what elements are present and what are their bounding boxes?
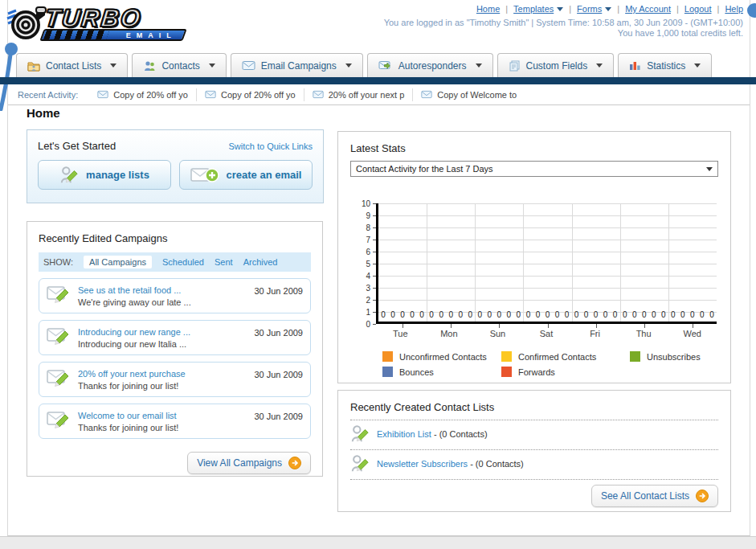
chevron-down-icon: [596, 64, 603, 68]
tab-email-campaigns[interactable]: Email Campaigns: [231, 53, 363, 77]
data-value-label: 0: [690, 310, 695, 319]
filter-archived[interactable]: Archived: [243, 257, 278, 267]
filter-sent[interactable]: Sent: [215, 257, 233, 267]
data-value-label: 0: [613, 310, 618, 319]
data-value-label: 0: [594, 310, 599, 319]
recent-activity-item[interactable]: 20% off your next p: [304, 88, 414, 101]
data-value-labels: 00000: [378, 310, 427, 319]
x-tick-mark: [451, 324, 452, 328]
x-tick-mark: [644, 324, 645, 328]
get-started-title: Let's Get Started: [38, 140, 116, 152]
x-axis-label: Thu: [627, 329, 660, 338]
filter-all-campaigns[interactable]: All Campaigns: [84, 256, 152, 268]
data-value-label: 0: [429, 310, 434, 319]
data-value-labels: 00000: [620, 310, 668, 319]
y-tick-label: 2: [366, 296, 370, 305]
autoresponder-icon: [378, 60, 393, 72]
campaign-title-link[interactable]: Introducing our new range ...: [78, 326, 247, 338]
contact-list-item[interactable]: Exhibition List - (0 Contacts): [350, 420, 718, 448]
h-gridline: [378, 240, 717, 240]
get-started-panel: Let's Get Started Switch to Quick Links …: [27, 129, 324, 203]
view-all-campaigns-button[interactable]: View All Campaigns: [187, 452, 311, 474]
nav-link-logout[interactable]: Logout: [684, 4, 712, 14]
person-pencil-icon: [350, 424, 370, 444]
recent-activity-item[interactable]: Copy of 20% off yo: [197, 88, 304, 101]
data-value-label: 0: [390, 310, 395, 319]
data-value-label: 0: [448, 310, 453, 319]
h-gridline: [378, 215, 717, 216]
footer-strip: [0, 536, 756, 549]
contact-list-item[interactable]: Newsletter Subscribers - (0 Contacts): [350, 450, 718, 477]
manage-lists-button[interactable]: manage lists: [38, 160, 171, 190]
tab-statistics[interactable]: Statistics: [618, 53, 712, 77]
tab-autoresponders[interactable]: Autoresponders: [367, 53, 493, 77]
latest-stats-panel: Latest Stats Contact Activity for the La…: [337, 131, 731, 383]
h-gridline: [378, 300, 717, 301]
v-gridline: [475, 203, 476, 322]
campaign-row[interactable]: Welcome to our email list Thanks for joi…: [39, 404, 311, 439]
campaign-title-link[interactable]: 20% off your next purchase: [78, 368, 247, 380]
campaign-title-link[interactable]: Welcome to our email list: [78, 410, 247, 422]
stats-period-select[interactable]: Contact Activity for the Last 7 Days: [350, 161, 718, 177]
x-axis-label: Sat: [529, 329, 563, 338]
data-value-label: 0: [632, 310, 637, 319]
v-gridline: [668, 203, 669, 322]
campaign-row[interactable]: See us at the retail food ... We're givi…: [39, 278, 311, 313]
y-tick-mark: [373, 252, 376, 252]
tab-custom-fields[interactable]: Custom Fields: [497, 53, 615, 77]
logo-text-email: EMAIL: [126, 31, 183, 39]
nav-link-templates[interactable]: Templates: [513, 4, 563, 14]
envelope-pencil-icon: [47, 367, 71, 389]
campaign-date: 30 Jun 2009: [254, 408, 303, 434]
envelope-pencil-icon: [47, 325, 71, 347]
legend-swatch-icon: [382, 351, 393, 362]
contact-list-name-link[interactable]: Exhibition List: [377, 429, 431, 439]
campaign-row[interactable]: 20% off your next purchase Thanks for jo…: [39, 362, 311, 397]
legend-label: Confirmed Contacts: [518, 352, 596, 362]
switch-to-quick-links[interactable]: Switch to Quick Links: [228, 141, 313, 151]
main-tab-bar: Contact Lists Contacts Email Campaigns A…: [16, 53, 712, 77]
legend-item: Forwards: [501, 367, 630, 377]
recent-activity-item[interactable]: Copy of 20% off yo: [89, 88, 197, 101]
tab-contacts[interactable]: Contacts: [132, 53, 226, 77]
y-tick-mark: [373, 264, 376, 264]
x-tick-mark: [693, 324, 693, 328]
nav-link-home[interactable]: Home: [476, 4, 500, 14]
recent-activity-item[interactable]: Copy of Welcome to: [413, 88, 525, 101]
chevron-down-icon: [345, 64, 352, 68]
y-tick-label: 4: [366, 272, 370, 281]
campaign-title-link[interactable]: See us at the retail food ...: [78, 285, 247, 297]
nav-link-forms[interactable]: Forms: [577, 4, 611, 14]
arrow-right-icon: [288, 457, 301, 469]
y-tick-mark: [373, 227, 376, 228]
envelope-icon: [242, 60, 255, 71]
chevron-down-icon: [110, 64, 116, 68]
campaign-row[interactable]: Introducing our new range ... Introducin…: [39, 320, 311, 355]
create-an-email-button[interactable]: create an email: [179, 160, 313, 190]
chart-y-axis-labels: 012345678910: [355, 203, 373, 324]
data-value-label: 0: [526, 310, 531, 319]
data-value-label: 0: [468, 310, 472, 319]
nav-link-my-account[interactable]: My Account: [625, 4, 671, 14]
contact-list-name-link[interactable]: Newsletter Subscribers: [377, 459, 468, 469]
nav-link-help[interactable]: Help: [725, 4, 743, 14]
tab-contact-lists[interactable]: Contact Lists: [16, 53, 128, 77]
contact-activity-chart: 012345678910 000000000000000000000000000…: [355, 203, 718, 340]
data-value-label: 0: [517, 310, 521, 319]
folder-icon: [27, 60, 40, 72]
campaign-date: 30 Jun 2009: [254, 325, 303, 350]
data-value-labels: 00000: [475, 310, 523, 319]
filter-scheduled[interactable]: Scheduled: [162, 257, 204, 267]
campaign-subtitle: Thanks for joining our list!: [78, 422, 247, 434]
person-pencil-icon: [59, 166, 79, 185]
data-value-label: 0: [478, 310, 483, 319]
campaign-date: 30 Jun 2009: [254, 367, 303, 392]
y-tick-mark: [373, 276, 376, 277]
y-tick-label: 1: [366, 308, 370, 317]
data-value-label: 0: [565, 310, 570, 319]
contact-list-count: - (0 Contacts): [468, 459, 524, 469]
legend-label: Unconfirmed Contacts: [399, 352, 487, 362]
see-all-contact-lists-button[interactable]: See All Contact Lists: [591, 485, 718, 507]
x-axis-label: Fri: [578, 329, 611, 338]
legend-label: Bounces: [399, 367, 434, 377]
